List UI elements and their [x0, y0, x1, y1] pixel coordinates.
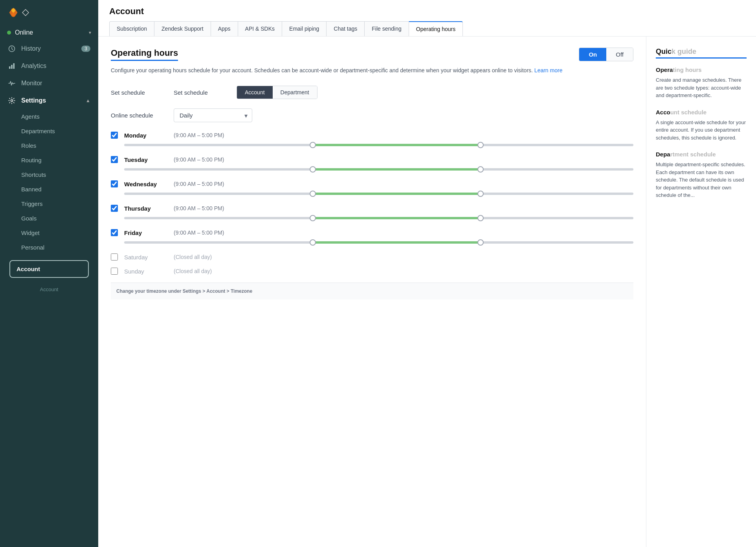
sidebar-item-history[interactable]: History 3 [0, 40, 98, 57]
day-time-wednesday: (9:00 AM – 5:00 PM) [174, 181, 224, 187]
day-row-thursday: Thursday (9:00 AM – 5:00 PM) [111, 205, 633, 222]
tab-api[interactable]: API & SDKs [238, 21, 282, 36]
day-checkbox-thursday[interactable] [111, 205, 118, 212]
tab-file-sending[interactable]: File sending [364, 21, 409, 36]
sidebar-account-tooltip: Account [0, 283, 98, 296]
day-slider-friday[interactable] [124, 239, 633, 246]
slider-fill [313, 144, 481, 146]
day-checkbox-friday[interactable] [111, 229, 118, 236]
slider-thumb-start[interactable] [310, 191, 316, 197]
schedule-department-button[interactable]: Department [273, 86, 317, 99]
tab-subscription[interactable]: Subscription [109, 21, 154, 36]
sidebar-item-agents[interactable]: Agents [0, 109, 98, 124]
online-schedule-select[interactable]: Daily Weekly Custom [174, 108, 252, 122]
day-checkbox-saturday[interactable] [111, 253, 118, 261]
day-slider-monday[interactable] [124, 141, 633, 149]
day-slider-thursday[interactable] [124, 214, 633, 222]
sidebar-item-triggers[interactable]: Triggers [0, 196, 98, 211]
quick-guide-panel: Quick guide Operating hours Create and m… [646, 37, 756, 547]
day-name-monday: Monday [124, 132, 167, 139]
sidebar-item-shortcuts[interactable]: Shortcuts [0, 167, 98, 182]
day-header-monday: Monday (9:00 AM – 5:00 PM) [111, 132, 633, 139]
set-schedule-sublabel: Set schedule [174, 89, 229, 96]
svg-marker-3 [22, 9, 29, 16]
tab-zendesk[interactable]: Zendesk Support [154, 21, 211, 36]
quick-guide-title: Quick guide [656, 48, 747, 59]
on-off-toggle: On Off [579, 48, 633, 61]
activity-icon [8, 79, 16, 87]
sidebar-item-departments[interactable]: Departments [0, 124, 98, 138]
svg-rect-5 [9, 66, 11, 69]
section-title-row: Operating hours On Off [111, 48, 633, 61]
day-header-saturday: Saturday (Closed all day) [111, 253, 633, 261]
online-schedule-select-wrapper: Daily Weekly Custom [174, 108, 252, 122]
slider-thumb-end[interactable] [477, 142, 484, 148]
sidebar-item-personal[interactable]: Personal [0, 240, 98, 255]
day-checkbox-tuesday[interactable] [111, 156, 118, 163]
svg-rect-6 [11, 65, 13, 69]
bar-chart-icon [8, 62, 16, 70]
status-selector[interactable]: Online ▾ [0, 25, 98, 40]
status-indicator [7, 31, 11, 35]
day-time-friday: (9:00 AM – 5:00 PM) [174, 229, 224, 236]
day-header-wednesday: Wednesday (9:00 AM – 5:00 PM) [111, 180, 633, 187]
slider-thumb-start[interactable] [310, 166, 316, 173]
sidebar-item-monitor[interactable]: Monitor [0, 75, 98, 92]
tab-apps[interactable]: Apps [211, 21, 238, 36]
page-header: Account Subscription Zendesk Support App… [98, 0, 756, 37]
day-checkbox-wednesday[interactable] [111, 180, 118, 187]
sidebar-item-account[interactable]: Account [9, 260, 89, 278]
sidebar-item-goals[interactable]: Goals [0, 211, 98, 226]
slider-thumb-start[interactable] [310, 215, 316, 221]
tabs-bar: Subscription Zendesk Support Apps API & … [109, 21, 745, 36]
slider-thumb-start[interactable] [310, 239, 316, 246]
sidebar-item-label: History [21, 45, 41, 52]
tab-chat-tags[interactable]: Chat tags [326, 21, 365, 36]
slider-thumb-end[interactable] [477, 215, 484, 221]
quick-section-department: Department schedule Multiple department-… [656, 151, 747, 199]
sidebar-logo [0, 0, 98, 25]
gear-icon [8, 97, 16, 105]
sidebar-item-analytics[interactable]: Analytics [0, 57, 98, 75]
day-name-wednesday: Wednesday [124, 181, 167, 187]
settings-label: Settings [21, 97, 46, 104]
day-checkbox-sunday[interactable] [111, 268, 118, 275]
content-area: Operating hours On Off Configure your op… [98, 37, 756, 547]
day-slider-tuesday[interactable] [124, 165, 633, 173]
slider-fill [313, 217, 481, 219]
schedule-account-button[interactable]: Account [237, 86, 273, 99]
sidebar-item-roles[interactable]: Roles [0, 138, 98, 153]
learn-more-link[interactable]: Learn more [534, 67, 563, 73]
quick-section-account-text: A single account-wide schedule for your … [656, 119, 747, 142]
day-row-friday: Friday (9:00 AM – 5:00 PM) [111, 229, 633, 246]
day-row-sunday: Sunday (Closed all day) [111, 268, 633, 275]
day-name-tuesday: Tuesday [124, 156, 167, 163]
slider-thumb-end[interactable] [477, 166, 484, 173]
slider-thumb-end[interactable] [477, 239, 484, 246]
day-checkbox-monday[interactable] [111, 132, 118, 139]
account-label: Account [17, 266, 40, 272]
sidebar-item-widget[interactable]: Widget [0, 226, 98, 240]
chevron-down-icon: ▾ [89, 30, 91, 35]
day-slider-wednesday[interactable] [124, 190, 633, 198]
tab-operating-hours[interactable]: Operating hours [409, 21, 463, 36]
quick-section-account-title: Account schedule [656, 109, 747, 116]
toggle-off-button[interactable]: Off [606, 48, 633, 61]
sidebar-item-banned[interactable]: Banned [0, 182, 98, 196]
svg-rect-7 [13, 63, 15, 69]
slider-thumb-start[interactable] [310, 142, 316, 148]
slider-thumb-end[interactable] [477, 191, 484, 197]
day-name-friday: Friday [124, 229, 167, 236]
status-label: Online [15, 29, 85, 36]
settings-section-header[interactable]: Settings ▲ [0, 92, 98, 109]
sidebar-item-routing[interactable]: Routing [0, 153, 98, 167]
tab-email[interactable]: Email piping [282, 21, 327, 36]
day-row-wednesday: Wednesday (9:00 AM – 5:00 PM) [111, 180, 633, 198]
diamond-icon [22, 9, 29, 16]
clock-icon [8, 45, 16, 53]
quick-section-operating-title: Operating hours [656, 66, 747, 73]
day-time-monday: (9:00 AM – 5:00 PM) [174, 132, 224, 138]
section-description: Configure your operating hours schedule … [111, 66, 633, 75]
toggle-on-button[interactable]: On [579, 48, 606, 61]
online-schedule-row: Online schedule Daily Weekly Custom [111, 108, 633, 122]
